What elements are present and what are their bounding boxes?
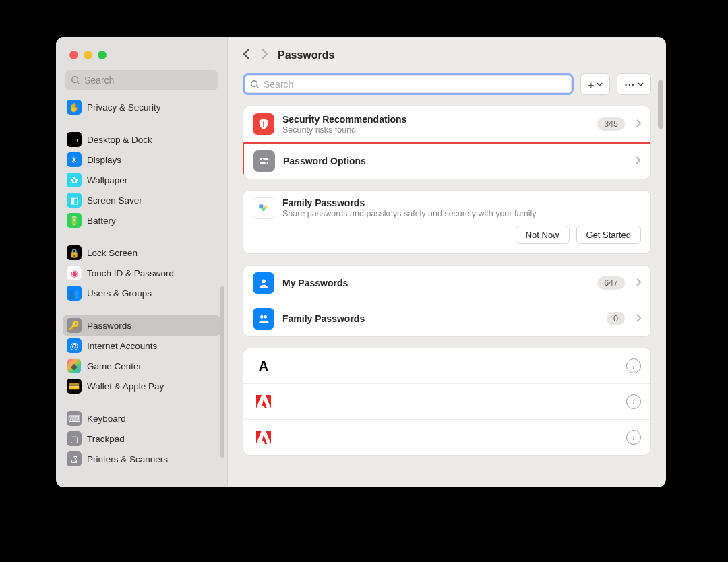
chevron-right-icon xyxy=(635,155,640,167)
forward-button[interactable] xyxy=(260,48,268,63)
password-options-row[interactable]: Password Options xyxy=(243,142,651,179)
info-icon[interactable]: i xyxy=(626,394,641,409)
svg-point-2 xyxy=(251,81,257,87)
my-passwords-count: 647 xyxy=(597,276,625,290)
sidebar-item-displays[interactable]: ☀Displays xyxy=(63,150,220,170)
passwords-search-field[interactable] xyxy=(243,73,574,95)
svg-point-0 xyxy=(72,77,78,83)
password-entry-row[interactable]: i xyxy=(243,420,650,455)
sidebar-item-label: Keyboard xyxy=(87,414,126,424)
page-title: Passwords xyxy=(278,49,334,61)
sidebar-item-label: Lock Screen xyxy=(87,248,138,258)
security-recommendations-count: 345 xyxy=(597,117,625,131)
sidebar-scrollbar[interactable] xyxy=(220,286,224,458)
family-passwords-title: Family Passwords xyxy=(282,313,599,324)
sun-icon: ☀ xyxy=(67,152,82,167)
add-button[interactable]: + xyxy=(580,73,610,95)
svg-rect-6 xyxy=(260,162,269,164)
toggles-icon xyxy=(253,150,275,172)
sidebar-search-placeholder: Search xyxy=(84,75,114,86)
svg-point-13 xyxy=(260,315,264,319)
sidebar-item-label: Displays xyxy=(87,155,121,165)
sidebar-item-game-center[interactable]: ◆Game Center xyxy=(63,356,220,376)
sidebar-item-printers-scanners[interactable]: 🖨Printers & Scanners xyxy=(63,449,220,469)
sidebar-item-privacy-security[interactable]: ✋Privacy & Security xyxy=(63,97,220,117)
info-icon[interactable]: i xyxy=(626,358,641,373)
sidebar-item-lock-screen[interactable]: 🔒Lock Screen xyxy=(63,243,220,263)
sidebar-item-label: Screen Saver xyxy=(87,195,142,206)
not-now-button[interactable]: Not Now xyxy=(516,226,570,244)
svg-line-3 xyxy=(257,86,259,88)
sidebar-item-label: Printers & Scanners xyxy=(87,454,168,464)
main-scroll[interactable]: Security Recommendations Security risks … xyxy=(228,106,666,487)
password-entry-row[interactable]: A i xyxy=(243,348,650,384)
fullscreen-window-button[interactable] xyxy=(98,51,107,59)
svg-point-14 xyxy=(264,315,267,319)
sidebar-item-internet-accounts[interactable]: @Internet Accounts xyxy=(63,336,220,356)
lock-icon: 🔒 xyxy=(67,245,82,260)
sidebar-item-desktop-dock[interactable]: ▭Desktop & Dock xyxy=(63,129,220,150)
sidebar-search[interactable]: Search xyxy=(65,70,218,90)
sidebar-item-label: Trackpad xyxy=(87,434,125,444)
family-passwords-row[interactable]: Family Passwords 0 xyxy=(243,301,650,336)
users-icon: 👥 xyxy=(67,286,82,301)
sidebar-item-touch-id-password[interactable]: ◉Touch ID & Password xyxy=(63,263,220,283)
redacted-entry xyxy=(282,356,618,375)
sidebar-item-label: Internet Accounts xyxy=(87,341,157,351)
redacted-entry xyxy=(282,392,618,411)
family-promo-title: Family Passwords xyxy=(282,197,641,208)
chevron-right-icon xyxy=(636,313,641,325)
get-started-button[interactable]: Get Started xyxy=(576,226,641,244)
shield-alert-icon xyxy=(253,113,274,135)
at-icon: @ xyxy=(67,338,82,353)
more-button[interactable]: ··· xyxy=(617,73,651,95)
row-body: Family Passwords xyxy=(282,313,599,324)
wallet-icon: 💳 xyxy=(67,379,82,394)
header: Passwords xyxy=(228,37,666,68)
screensaver-icon: ◧ xyxy=(67,193,82,208)
sidebar-item-wallpaper[interactable]: ✿Wallpaper xyxy=(63,170,220,190)
password-groups-card: My Passwords 647 Family Passwords xyxy=(243,265,651,337)
svg-point-9 xyxy=(259,204,263,208)
family-passwords-count: 0 xyxy=(607,312,625,325)
info-icon[interactable]: i xyxy=(626,430,641,445)
passwords-search-input[interactable] xyxy=(264,79,566,90)
row-body: Password Options xyxy=(283,156,624,166)
close-window-button[interactable] xyxy=(69,51,78,59)
sidebar-item-users-groups[interactable]: 👥Users & Groups xyxy=(63,283,220,303)
security-recommendations-row[interactable]: Security Recommendations Security risks … xyxy=(243,106,650,142)
sidebar-item-screen-saver[interactable]: ◧Screen Saver xyxy=(63,190,220,210)
back-button[interactable] xyxy=(243,48,251,63)
sidebar-item-label: Game Center xyxy=(87,361,142,371)
security-card: Security Recommendations Security risks … xyxy=(243,106,651,179)
my-passwords-row[interactable]: My Passwords 647 xyxy=(243,266,650,301)
main-scrollbar[interactable] xyxy=(658,80,663,129)
minimize-window-button[interactable] xyxy=(84,51,92,59)
svg-point-12 xyxy=(262,279,266,283)
svg-point-4 xyxy=(263,125,264,127)
sidebar-item-battery[interactable]: 🔋Battery xyxy=(63,210,220,230)
sidebar-list: ✋Privacy & Security▭Desktop & Dock☀Displ… xyxy=(56,97,227,487)
flower-icon: ✿ xyxy=(67,173,82,187)
sidebar-item-label: Privacy & Security xyxy=(87,102,161,113)
row-body: Family Passwords Share passwords and pas… xyxy=(282,197,641,218)
person-icon xyxy=(253,272,274,294)
redacted-entry xyxy=(282,428,618,447)
ellipsis-icon: ··· xyxy=(624,79,635,90)
sidebar-item-wallet-apple-pay[interactable]: 💳Wallet & Apple Pay xyxy=(63,376,220,396)
sidebar-item-label: Users & Groups xyxy=(87,288,152,299)
sidebar-item-label: Wallet & Apple Pay xyxy=(87,381,164,392)
svg-rect-5 xyxy=(260,158,269,161)
settings-window: Search ✋Privacy & Security▭Desktop & Doc… xyxy=(56,37,666,487)
security-recommendations-subtitle: Security risks found xyxy=(282,125,589,135)
security-recommendations-title: Security Recommendations xyxy=(282,114,589,125)
gamecenter-icon: ◆ xyxy=(67,358,82,373)
sidebar-item-keyboard[interactable]: ⌨Keyboard xyxy=(63,408,220,429)
my-passwords-title: My Passwords xyxy=(282,278,589,288)
password-entry-row[interactable]: i xyxy=(243,384,650,420)
row-body: My Passwords xyxy=(282,278,589,288)
sidebar-item-passwords[interactable]: 🔑Passwords xyxy=(63,315,220,336)
family-promo-actions: Not Now Get Started xyxy=(243,226,650,253)
sidebar-item-trackpad[interactable]: ▢Trackpad xyxy=(63,429,220,449)
chevron-right-icon xyxy=(636,118,641,130)
